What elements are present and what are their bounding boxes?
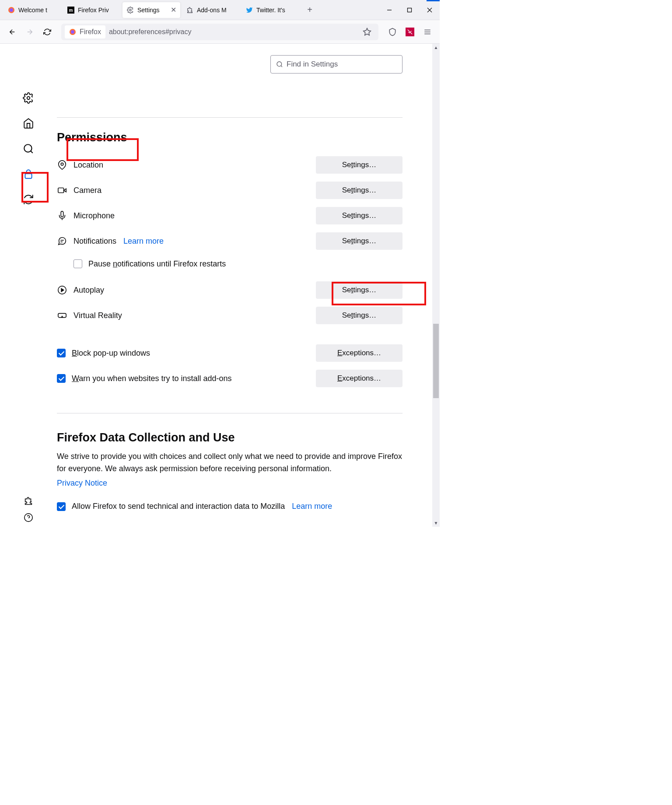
svg-point-10 bbox=[71, 30, 74, 34]
bookmark-star-button[interactable] bbox=[359, 24, 375, 40]
identity-label: Firefox bbox=[80, 28, 101, 36]
gear-icon bbox=[127, 7, 134, 14]
allow-tech-data-checkbox[interactable] bbox=[57, 502, 66, 511]
checkbox-unchecked[interactable] bbox=[74, 259, 82, 268]
scroll-up-arrow[interactable]: ▲ bbox=[432, 44, 440, 51]
tab-firefox-priv[interactable]: m Firefox Priv bbox=[63, 2, 121, 18]
svg-line-17 bbox=[31, 151, 33, 153]
nav-home[interactable] bbox=[22, 117, 35, 130]
app-menu-button[interactable] bbox=[420, 24, 435, 40]
svg-point-16 bbox=[24, 144, 32, 152]
warn-addons-checkbox[interactable] bbox=[57, 374, 66, 383]
block-popups-exceptions-button[interactable]: Exceptions… bbox=[316, 344, 402, 362]
block-popups-checkbox[interactable] bbox=[57, 349, 66, 357]
allow-tech-data-learn-more-link[interactable]: Learn more bbox=[292, 502, 332, 511]
vr-icon bbox=[57, 311, 67, 320]
tab-strip: Welcome t m Firefox Priv Settings ✕ Add-… bbox=[0, 0, 440, 20]
pause-notifications-checkbox-row[interactable]: Pause notifications until Firefox restar… bbox=[57, 254, 402, 274]
microphone-settings-button[interactable]: Settings… bbox=[316, 207, 402, 224]
back-button[interactable] bbox=[4, 24, 20, 40]
permission-vr-row: Virtual Reality Settings… bbox=[57, 303, 402, 328]
svg-rect-18 bbox=[25, 174, 32, 178]
scroll-down-arrow[interactable]: ▼ bbox=[432, 519, 440, 527]
autoplay-settings-button[interactable]: Settings… bbox=[316, 281, 402, 299]
reload-button[interactable] bbox=[39, 24, 55, 40]
permission-microphone-row: Microphone Settings… bbox=[57, 203, 402, 228]
svg-rect-24 bbox=[58, 188, 64, 193]
url-bar[interactable]: Firefox about:preferences#privacy bbox=[61, 24, 378, 40]
vertical-scrollbar[interactable]: ▲ ▼ bbox=[432, 44, 440, 527]
minimize-button[interactable] bbox=[379, 0, 399, 20]
pocket-button[interactable] bbox=[385, 24, 400, 40]
vr-label: Virtual Reality bbox=[74, 311, 122, 320]
microphone-label: Microphone bbox=[74, 211, 115, 220]
svg-text:m: m bbox=[69, 8, 73, 13]
maximize-button[interactable] bbox=[399, 0, 420, 20]
privacy-notice-link[interactable]: Privacy Notice bbox=[57, 479, 107, 487]
location-settings-button[interactable]: Settings… bbox=[316, 156, 402, 174]
block-popups-row: Block pop-up windows Exceptions… bbox=[57, 340, 402, 366]
vr-settings-button[interactable]: Settings… bbox=[316, 307, 402, 324]
svg-point-15 bbox=[27, 97, 30, 100]
search-placeholder: Find in Settings bbox=[287, 60, 338, 69]
svg-point-19 bbox=[24, 514, 32, 522]
warn-addons-exceptions-button[interactable]: Exceptions… bbox=[316, 370, 402, 387]
allow-tech-data-row: Allow Firefox to send technical and inte… bbox=[57, 494, 402, 519]
extension-noscript-button[interactable] bbox=[402, 24, 418, 40]
camera-settings-button[interactable]: Settings… bbox=[316, 182, 402, 199]
svg-marker-29 bbox=[61, 288, 64, 291]
tab-addons[interactable]: Add-ons M bbox=[182, 2, 240, 18]
svg-point-21 bbox=[277, 62, 282, 66]
svg-line-22 bbox=[281, 66, 282, 67]
toolbar: Firefox about:preferences#privacy bbox=[0, 20, 440, 44]
nav-sync[interactable] bbox=[22, 193, 35, 206]
warn-addons-label: Warn you when websites try to install ad… bbox=[72, 374, 232, 383]
data-collection-heading: Firefox Data Collection and Use bbox=[57, 431, 402, 444]
nav-extensions[interactable] bbox=[24, 496, 33, 506]
tab-welcome[interactable]: Welcome t bbox=[4, 2, 61, 18]
block-popups-label: Block pop-up windows bbox=[72, 349, 150, 358]
new-tab-button[interactable]: + bbox=[302, 2, 318, 18]
notifications-settings-button[interactable]: Settings… bbox=[316, 232, 402, 250]
tab-twitter[interactable]: Twitter. It's bbox=[242, 2, 299, 18]
close-button[interactable] bbox=[420, 0, 440, 20]
allow-tech-data-label: Allow Firefox to send technical and inte… bbox=[72, 502, 285, 511]
firefox-icon bbox=[69, 28, 76, 35]
autoplay-icon bbox=[57, 285, 67, 295]
permissions-heading: Permissions bbox=[57, 131, 402, 144]
svg-rect-6 bbox=[408, 8, 412, 12]
notifications-label: Notifications bbox=[74, 237, 116, 246]
svg-point-23 bbox=[61, 163, 63, 165]
microphone-icon bbox=[57, 211, 67, 220]
search-icon bbox=[276, 61, 283, 68]
svg-marker-11 bbox=[364, 28, 371, 35]
notifications-learn-more-link[interactable]: Learn more bbox=[123, 237, 164, 246]
warn-addons-row: Warn you when websites try to install ad… bbox=[57, 366, 402, 391]
camera-icon bbox=[57, 186, 67, 195]
nav-help[interactable] bbox=[24, 513, 33, 522]
location-icon bbox=[57, 160, 67, 170]
pause-notifications-label: Pause notifications until Firefox restar… bbox=[88, 259, 226, 269]
identity-box[interactable]: Firefox bbox=[65, 25, 105, 38]
settings-nav-rail bbox=[0, 44, 57, 527]
scroll-thumb[interactable] bbox=[433, 324, 439, 398]
nav-search[interactable] bbox=[22, 143, 35, 155]
permission-notifications-row: Notifications Learn more Settings… bbox=[57, 228, 402, 254]
firefox-icon bbox=[8, 7, 15, 14]
mozilla-icon: m bbox=[67, 7, 74, 14]
settings-search-input[interactable]: Find in Settings bbox=[270, 55, 402, 74]
svg-marker-25 bbox=[64, 189, 66, 192]
nav-privacy[interactable] bbox=[22, 168, 35, 180]
url-text: about:preferences#privacy bbox=[109, 28, 192, 36]
location-label: Location bbox=[74, 161, 103, 170]
svg-point-1 bbox=[10, 8, 13, 12]
permission-location-row: Location Settings… bbox=[57, 152, 402, 178]
tab-settings[interactable]: Settings ✕ bbox=[122, 2, 180, 18]
nav-general[interactable] bbox=[22, 92, 35, 104]
forward-button[interactable] bbox=[22, 24, 38, 40]
permission-autoplay-row: Autoplay Settings… bbox=[57, 277, 402, 303]
close-icon[interactable]: ✕ bbox=[170, 7, 177, 14]
data-collection-body: We strive to provide you with choices an… bbox=[57, 451, 402, 475]
settings-main: Find in Settings Permissions Location Se… bbox=[57, 44, 416, 527]
twitter-icon bbox=[246, 7, 253, 14]
